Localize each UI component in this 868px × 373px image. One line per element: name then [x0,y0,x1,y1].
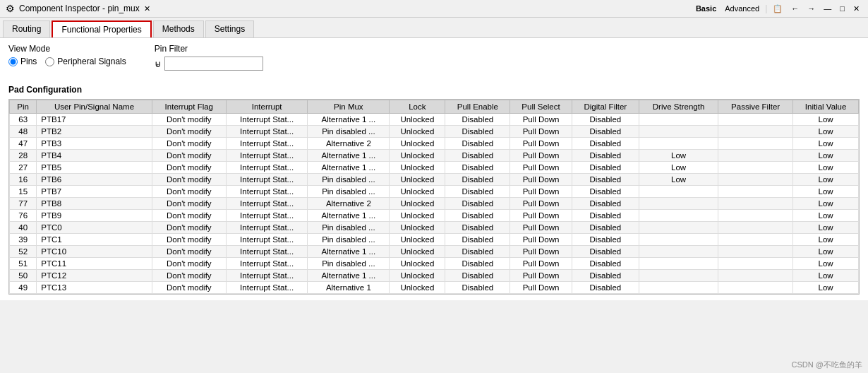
view-mode-label: View Mode [8,44,126,54]
cell-initialValue: Low [793,114,859,126]
cell-pinMux: Pin disabled ... [308,258,390,270]
cell-pullSelect: Pull Down [510,234,572,246]
tab-settings[interactable]: Settings [205,20,254,37]
cell-lock: Unlocked [390,198,445,210]
cell-pullEnable: Disabled [445,114,510,126]
cell-interrupt: Interrupt Stat... [227,138,308,150]
table-row[interactable]: 77PTB8Don't modifyInterrupt Stat...Alter… [10,198,859,210]
minimize-button[interactable]: — [821,4,834,13]
table-row[interactable]: 48PTB2Don't modifyInterrupt Stat...Pin d… [10,126,859,138]
col-pin: Pin [10,100,37,114]
cell-pullEnable: Disabled [445,186,510,198]
filter-row: ⊌ [155,57,263,71]
cell-pullSelect: Pull Down [510,126,572,138]
table-row[interactable]: 76PTB9Don't modifyInterrupt Stat...Alter… [10,210,859,222]
toolbar-icon1[interactable]: 📋 [770,4,785,14]
pin-filter-label: Pin Filter [155,44,263,54]
advanced-mode-button[interactable]: Advanced [722,4,762,13]
table-row[interactable]: 15PTB7Don't modifyInterrupt Stat...Pin d… [10,186,859,198]
cell-name: PTB17 [37,114,152,126]
cell-intFlag: Don't modify [152,186,226,198]
cell-initialValue: Low [793,198,859,210]
cell-pullEnable: Disabled [445,258,510,270]
table-row[interactable]: 49PTC13Don't modifyInterrupt Stat...Alte… [10,282,859,294]
cell-pullEnable: Disabled [445,174,510,186]
cell-pullSelect: Pull Down [510,114,572,126]
cell-pullSelect: Pull Down [510,246,572,258]
cell-initialValue: Low [793,126,859,138]
title-bar-title: Component Inspector - pin_mux [19,4,140,13]
col-pull-enable: Pull Enable [445,100,510,114]
cell-intFlag: Don't modify [152,222,226,234]
table-row[interactable]: 47PTB3Don't modifyInterrupt Stat...Alter… [10,138,859,150]
pad-config-table-wrapper[interactable]: Pin User Pin/Signal Name Interrupt Flag … [8,99,860,295]
cell-initialValue: Low [793,162,859,174]
cell-passiveFilter [718,126,793,138]
table-row[interactable]: 51PTC11Don't modifyInterrupt Stat...Pin … [10,258,859,270]
cell-pinMux: Pin disabled ... [308,174,390,186]
cell-initialValue: Low [793,234,859,246]
table-row[interactable]: 63PTB17Don't modifyInterrupt Stat...Alte… [10,114,859,126]
cell-passiveFilter [718,198,793,210]
cell-lock: Unlocked [390,234,445,246]
table-row[interactable]: 52PTC10Don't modifyInterrupt Stat...Alte… [10,246,859,258]
table-body: 63PTB17Don't modifyInterrupt Stat...Alte… [10,114,859,294]
cell-pin: 40 [10,222,37,234]
col-passive-filter: Passive Filter [718,100,793,114]
cell-pinMux: Pin disabled ... [308,186,390,198]
cell-lock: Unlocked [390,138,445,150]
cell-name: PTB9 [37,210,152,222]
back-button[interactable]: ← [788,4,802,13]
cell-pin: 50 [10,270,37,282]
cell-pullSelect: Pull Down [510,162,572,174]
cell-pinMux: Alternative 1 ... [308,114,390,126]
table-row[interactable]: 27PTB5Don't modifyInterrupt Stat...Alter… [10,162,859,174]
tab-functional-properties[interactable]: Functional Properties [52,20,151,37]
tab-methods[interactable]: Methods [153,20,204,37]
cell-lock: Unlocked [390,270,445,282]
close-window-button[interactable]: ✕ [850,4,862,14]
maximize-button[interactable]: □ [837,4,848,13]
cell-interrupt: Interrupt Stat... [227,270,308,282]
title-bar-right: Basic Advanced | 📋 ← → — □ ✕ [693,4,862,14]
cell-intFlag: Don't modify [152,270,226,282]
cell-intFlag: Don't modify [152,210,226,222]
tab-routing[interactable]: Routing [3,20,50,37]
table-row[interactable]: 40PTC0Don't modifyInterrupt Stat...Pin d… [10,222,859,234]
cell-pinMux: Alternative 2 [308,198,390,210]
cell-interrupt: Interrupt Stat... [227,186,308,198]
radio-peripheral-input[interactable] [45,57,54,66]
col-interrupt: Interrupt [227,100,308,114]
pin-filter-input[interactable] [164,57,263,71]
cell-pullEnable: Disabled [445,270,510,282]
tab-bar: Routing Functional Properties Methods Se… [0,18,868,38]
forward-button[interactable]: → [804,4,818,13]
cell-name: PTC12 [37,270,152,282]
cell-pin: 15 [10,186,37,198]
close-tab-icon[interactable]: ✕ [144,4,150,13]
cell-name: PTB6 [37,174,152,186]
cell-pullEnable: Disabled [445,138,510,150]
table-row[interactable]: 28PTB4Don't modifyInterrupt Stat...Alter… [10,150,859,162]
cell-lock: Unlocked [390,174,445,186]
title-bar-left: ⚙ Component Inspector - pin_mux ✕ [6,3,150,14]
cell-digitalFilter: Disabled [572,138,639,150]
basic-mode-button[interactable]: Basic [693,4,719,13]
cell-pullSelect: Pull Down [510,186,572,198]
table-row[interactable]: 39PTC1Don't modifyInterrupt Stat...Pin d… [10,234,859,246]
radio-pins-input[interactable] [8,57,18,66]
cell-lock: Unlocked [390,258,445,270]
cell-interrupt: Interrupt Stat... [227,174,308,186]
cell-driveStrength [639,186,718,198]
cell-pinMux: Alternative 1 ... [308,210,390,222]
cell-pinMux: Alternative 1 ... [308,150,390,162]
cell-pullSelect: Pull Down [510,174,572,186]
cell-driveStrength [639,234,718,246]
table-row[interactable]: 50PTC12Don't modifyInterrupt Stat...Alte… [10,270,859,282]
cell-initialValue: Low [793,210,859,222]
cell-pinMux: Alternative 1 [308,282,390,294]
cell-pinMux: Alternative 1 ... [308,162,390,174]
table-row[interactable]: 16PTB6Don't modifyInterrupt Stat...Pin d… [10,174,859,186]
cell-intFlag: Don't modify [152,126,226,138]
cell-interrupt: Interrupt Stat... [227,234,308,246]
